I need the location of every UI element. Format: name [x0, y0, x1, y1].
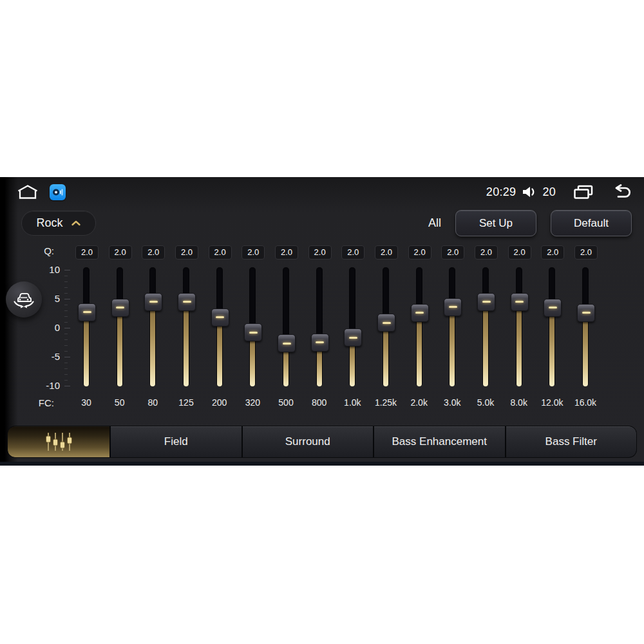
- default-button[interactable]: Default: [551, 210, 632, 236]
- eq-band-2.0k: 2.02.0k: [402, 242, 436, 415]
- axis-tick: [64, 368, 68, 369]
- eq-band-12.0k: 2.012.0k: [535, 242, 569, 415]
- slider-handle[interactable]: [377, 314, 395, 332]
- freq-label: 500: [269, 397, 303, 408]
- slider-handle[interactable]: [144, 293, 162, 311]
- q-value[interactable]: 2.0: [408, 245, 431, 260]
- setup-button[interactable]: Set Up: [455, 210, 536, 236]
- slider-handle[interactable]: [311, 334, 329, 352]
- slider-fill: [483, 301, 488, 386]
- handle-marker: [383, 322, 391, 324]
- freq-label: 16.0k: [569, 397, 602, 408]
- eq-band-800: 2.0800: [303, 242, 336, 415]
- slider-handle[interactable]: [577, 304, 595, 322]
- car-surround-button[interactable]: [6, 281, 42, 317]
- bottom-tab-bar: Field Surround Bass Enhancement Bass Fil…: [8, 426, 636, 457]
- head-unit-screen: 20:29 20 Rock All: [0, 177, 644, 466]
- audio-app-icon[interactable]: [50, 184, 66, 200]
- screen-bottom-edge: [0, 462, 644, 466]
- handle-marker: [183, 301, 191, 303]
- axis-tick: [64, 334, 68, 334]
- slider-fill: [450, 307, 455, 386]
- eq-band-80: 2.080: [136, 242, 169, 415]
- handle-marker: [415, 312, 424, 314]
- fc-row-label: FC:: [24, 397, 54, 408]
- q-value[interactable]: 2.0: [275, 245, 298, 260]
- home-icon[interactable]: [16, 184, 39, 200]
- slider-handle[interactable]: [78, 303, 96, 321]
- scope-toggle[interactable]: All: [428, 216, 441, 230]
- slider-handle[interactable]: [411, 304, 429, 322]
- handle-marker: [515, 301, 524, 303]
- slider-handle[interactable]: [444, 298, 462, 316]
- freq-label: 50: [103, 397, 137, 408]
- q-value[interactable]: 2.0: [341, 245, 365, 260]
- freq-label: 5.0k: [469, 397, 502, 408]
- freq-label: 125: [169, 397, 203, 408]
- handle-marker: [216, 316, 224, 318]
- q-value[interactable]: 2.0: [541, 245, 564, 260]
- slider-handle[interactable]: [544, 299, 562, 317]
- freq-label: 1.25k: [369, 397, 402, 408]
- axis-label: 10: [24, 263, 60, 276]
- q-value[interactable]: 2.0: [508, 245, 531, 260]
- q-value[interactable]: 2.0: [175, 245, 198, 260]
- slider-fill: [516, 301, 522, 386]
- freq-label: 12.0k: [535, 397, 569, 408]
- preset-dropdown[interactable]: Rock: [21, 211, 96, 236]
- freq-label: 30: [70, 397, 103, 408]
- recents-icon[interactable]: [573, 184, 594, 200]
- axis-tick: [64, 281, 68, 282]
- slider-handle[interactable]: [178, 293, 196, 311]
- preset-label: Rock: [36, 216, 62, 230]
- q-value[interactable]: 2.0: [574, 245, 598, 260]
- tab-surround[interactable]: Surround: [242, 426, 374, 457]
- tab-bass-enhancement[interactable]: Bass Enhancement: [373, 426, 505, 457]
- handle-marker: [283, 343, 291, 345]
- handle-marker: [249, 332, 258, 334]
- axis-tick: [64, 316, 68, 317]
- volume-icon[interactable]: [522, 185, 536, 198]
- freq-label: 80: [136, 397, 169, 408]
- q-value[interactable]: 2.0: [109, 245, 132, 260]
- back-icon[interactable]: [611, 184, 634, 200]
- q-value[interactable]: 2.0: [475, 245, 498, 260]
- handle-marker: [482, 301, 491, 303]
- axis-label: 0: [24, 321, 60, 334]
- slider-handle[interactable]: [211, 308, 229, 327]
- slider-handle[interactable]: [278, 334, 296, 352]
- freq-label: 3.0k: [435, 397, 469, 408]
- eq-band-5.0k: 2.05.0k: [469, 242, 502, 415]
- q-value[interactable]: 2.0: [441, 245, 464, 260]
- q-value[interactable]: 2.0: [75, 245, 99, 260]
- handle-marker: [83, 311, 91, 313]
- q-value[interactable]: 2.0: [142, 245, 165, 260]
- slider-handle[interactable]: [244, 323, 262, 341]
- freq-label: 200: [203, 397, 236, 408]
- handle-marker: [116, 307, 124, 308]
- q-value[interactable]: 2.0: [308, 245, 332, 260]
- slider-fill: [417, 312, 422, 386]
- slider-handle[interactable]: [111, 299, 129, 317]
- slider-handle[interactable]: [477, 293, 495, 311]
- chevron-up-icon: [71, 220, 81, 226]
- q-value[interactable]: 2.0: [209, 245, 232, 260]
- tab-equalizer[interactable]: [8, 426, 109, 457]
- tab-field[interactable]: Field: [109, 426, 242, 457]
- q-value[interactable]: 2.0: [242, 245, 265, 260]
- slider-handle[interactable]: [344, 328, 362, 346]
- slider-handle[interactable]: [511, 293, 529, 311]
- handle-marker: [549, 307, 557, 308]
- tab-bass-filter[interactable]: Bass Filter: [505, 426, 637, 457]
- left-edge-vignette: [0, 177, 18, 466]
- freq-label: 1.0k: [336, 397, 369, 408]
- eq-band-30: 2.030: [70, 242, 103, 415]
- handle-marker: [582, 312, 591, 314]
- axis-tick: [64, 345, 68, 346]
- axis-tick: [64, 310, 68, 311]
- axis-tick: [64, 339, 68, 340]
- handle-marker: [316, 341, 324, 343]
- q-value[interactable]: 2.0: [375, 245, 398, 260]
- eq-band-8.0k: 2.08.0k: [502, 242, 536, 415]
- axis-tick: [64, 363, 68, 363]
